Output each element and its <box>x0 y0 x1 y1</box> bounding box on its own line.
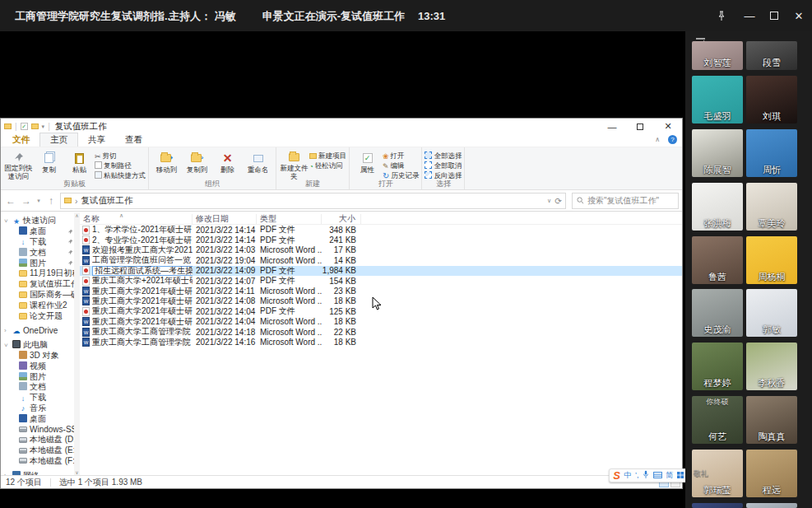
file-name[interactable]: 重庆工商大学工商管理学院 2021年研究... <box>92 337 193 348</box>
participant-video-周忻[interactable]: 周忻 <box>746 129 797 177</box>
sidebar-item-Windows-SSD (C:)[interactable]: Windows-SSD (C:) <box>1 424 80 435</box>
collapse-ribbon-icon[interactable]: ∧ <box>655 136 660 143</box>
ribbon-button[interactable]: ✕删除 <box>212 149 243 180</box>
ribbon-tab-1[interactable]: 主页 <box>39 133 78 147</box>
participant-video-刘琪[interactable]: 刘琪 <box>746 76 797 124</box>
pin-window-icon[interactable] <box>710 5 733 26</box>
ime-punctuation-icon[interactable]: ’, <box>635 472 639 479</box>
participant-video-毛盛羽[interactable]: 毛盛羽 <box>692 76 743 124</box>
explorer-titlebar[interactable]: | ✓ ▾ | 复试值班工作 — ✕ <box>1 119 682 134</box>
table-row[interactable]: 招生远程面试系统—考生操作手册[1]2021/3/22 14:09PDF 文件1… <box>80 266 682 276</box>
participant-video-程远[interactable]: 程远 <box>746 450 797 497</box>
qat-newfolder-icon[interactable] <box>31 124 39 129</box>
qat-dropdown-icon[interactable]: ▾ <box>42 124 45 130</box>
participant-video-partial[interactable] <box>692 503 743 508</box>
ribbon-button[interactable]: 固定到快速访问 <box>3 149 34 180</box>
recent-locations-icon[interactable]: ▾ <box>35 198 42 204</box>
ribbon-button[interactable]: ⇒复制到 <box>182 149 212 180</box>
participant-video-程梦婷[interactable]: 程梦婷 <box>692 343 743 390</box>
minimize-button[interactable]: — <box>738 5 761 26</box>
table-row[interactable]: 重庆工商大学+2021年硕士研究生招生...2021/3/22 14:07PDF… <box>80 276 682 286</box>
sidebar-item-下载[interactable]: ↓下载 <box>1 393 80 403</box>
table-row[interactable]: 2、专业学位-2021年硕士研究生招生专...2021/3/22 14:14PD… <box>80 235 682 245</box>
table-row[interactable]: 重庆工商大学工商管理学院 2021年研究...2021/3/22 14:16Mi… <box>80 337 682 347</box>
ribbon-small-button[interactable]: ✂剪切 <box>95 151 146 161</box>
sidebar-item-复试值班工作[interactable]: 复试值班工作 <box>1 279 80 290</box>
file-name[interactable]: 工商管理学院值班问答一览 <box>92 254 191 266</box>
back-icon[interactable]: ← <box>4 195 17 207</box>
ribbon-small-button[interactable]: 复制路径 <box>95 161 146 170</box>
sidebar-item-图片[interactable]: 图片 <box>1 258 80 268</box>
ribbon-tab-0[interactable]: 文件 <box>2 133 39 147</box>
sidebar-item-视频[interactable]: 视频 <box>1 361 80 371</box>
breadcrumb[interactable]: › 复试值班工作 ∨ ⟳ <box>60 193 566 209</box>
ime-toolbar[interactable]: S 中 ’, 简 <box>609 468 688 482</box>
sidebar-item-下载[interactable]: ↓下载 <box>1 237 80 248</box>
column-header-3[interactable]: 大小 <box>322 214 361 224</box>
sidebar-item-论文开题[interactable]: 论文开题 <box>1 310 80 321</box>
sidebar-item-此电脑[interactable]: ˅此电脑 <box>1 340 80 351</box>
column-header-1[interactable]: 修改日期 <box>193 214 257 224</box>
sidebar-item-文档[interactable]: 文档 <box>1 247 80 258</box>
explorer-minimize-button[interactable]: — <box>598 119 626 134</box>
up-icon[interactable]: ↑ <box>44 195 58 207</box>
ribbon-button[interactable]: 重命名 <box>243 149 273 180</box>
ribbon-small-button[interactable]: ◔轻松访问 <box>309 161 346 170</box>
ribbon-tab-2[interactable]: 共享 <box>78 133 115 147</box>
participant-video-partial[interactable] <box>746 503 797 508</box>
chevron-down-icon[interactable]: ˅ <box>4 342 10 349</box>
table-row[interactable]: 工商管理学院值班问答一览2021/3/22 19:04Microsoft Wor… <box>80 255 682 265</box>
participant-video-郭瑞莹[interactable]: 敬礼郭瑞莹 <box>692 450 743 497</box>
table-row[interactable]: 重庆工商大学工商管理学院 2021年硕士...2021/3/22 14:18Mi… <box>80 327 682 337</box>
participant-video-覃美玲[interactable]: 覃美玲 <box>746 183 797 231</box>
explorer-close-button[interactable]: ✕ <box>654 119 682 134</box>
chevron-right-icon[interactable]: › <box>4 327 10 334</box>
participant-video-段雪[interactable]: 段雪 <box>746 41 797 70</box>
table-row[interactable]: 1、学术学位-2021年硕士研究生招生专...2021/3/22 14:14PD… <box>80 225 682 235</box>
ime-mic-icon[interactable] <box>643 470 649 481</box>
sidebar-item-音乐[interactable]: ♪音乐 <box>1 403 80 414</box>
help-icon[interactable]: ? <box>668 135 677 144</box>
qat-properties-icon[interactable]: ✓ <box>21 123 28 130</box>
participant-video-何艺[interactable]: 你终硕何艺 <box>692 396 743 444</box>
sogou-logo-icon[interactable]: S <box>613 469 620 482</box>
forward-icon[interactable]: → <box>20 195 33 207</box>
participant-video-鲁茜[interactable]: 鲁茜 <box>692 236 743 284</box>
sidebar-item-国际商务—硕士[interactable]: 国际商务—硕士 <box>1 290 80 301</box>
sidebar-item-课程作业2[interactable]: 课程作业2 <box>1 300 80 310</box>
explorer-restore-button[interactable] <box>626 119 654 134</box>
column-header-2[interactable]: 类型 <box>257 214 322 224</box>
participant-video-陈展智[interactable]: 陈展智 <box>692 129 743 177</box>
breadcrumb-current-folder[interactable]: 复试值班工作 <box>81 195 133 207</box>
ime-mode-chinese[interactable]: 中 <box>624 472 631 479</box>
ribbon-small-button[interactable]: ❀打开 <box>383 151 419 161</box>
participant-video-周杨桐[interactable]: 周杨桐 <box>746 236 797 284</box>
ime-toolbox-icon[interactable] <box>677 472 684 480</box>
participant-video-史茂渝[interactable]: 史茂渝 <box>692 289 743 337</box>
ribbon-small-button[interactable]: 新建项目 <box>309 151 346 161</box>
chevron-down-icon[interactable]: ˅ <box>4 217 10 225</box>
ribbon-button[interactable]: ✓属性 <box>352 149 383 180</box>
ribbon-small-button[interactable]: 全部选择 <box>425 151 462 161</box>
sidebar-item-11月19日初稿[interactable]: 11月19日初稿 <box>1 268 80 279</box>
address-dropdown-icon[interactable]: ∨ <box>547 198 551 204</box>
ime-simplified[interactable]: 简 <box>666 472 673 479</box>
table-row[interactable]: 欢迎报考重庆工商大学2021年硕士研究...2021/3/22 14:03Mic… <box>80 245 682 255</box>
participant-video-陶真真[interactable]: 陶真真 <box>746 396 797 444</box>
nav-scrollbar[interactable]: ∧ ∨ <box>74 212 80 475</box>
participant-video-刘智莲[interactable]: 刘智莲 <box>692 41 743 70</box>
maximize-button[interactable] <box>763 5 786 26</box>
ime-keyboard-icon[interactable] <box>653 472 662 480</box>
sidebar-item-本地磁盘 (D:)[interactable]: 本地磁盘 (D:) <box>1 435 80 445</box>
ribbon-tab-3[interactable]: 查看 <box>115 133 152 147</box>
search-input[interactable]: 搜索"复试值班工作" <box>572 193 679 209</box>
scroll-down-icon[interactable]: ∨ <box>74 469 80 475</box>
ribbon-button[interactable]: 粘贴 <box>64 149 95 180</box>
ribbon-small-button[interactable]: ✎编辑 <box>383 161 419 170</box>
participant-video-郭敏[interactable]: 郭敏 <box>746 289 797 337</box>
close-button[interactable]: ✕ <box>787 5 810 26</box>
sidebar-item-本地磁盘 (E:)[interactable]: 本地磁盘 (E:) <box>1 445 80 456</box>
sidebar-item-图片[interactable]: 图片 <box>1 371 80 382</box>
sidebar-item-3D 对象[interactable]: 3D 对象 <box>1 351 80 361</box>
sidebar-item-桌面[interactable]: 桌面 <box>1 413 80 424</box>
